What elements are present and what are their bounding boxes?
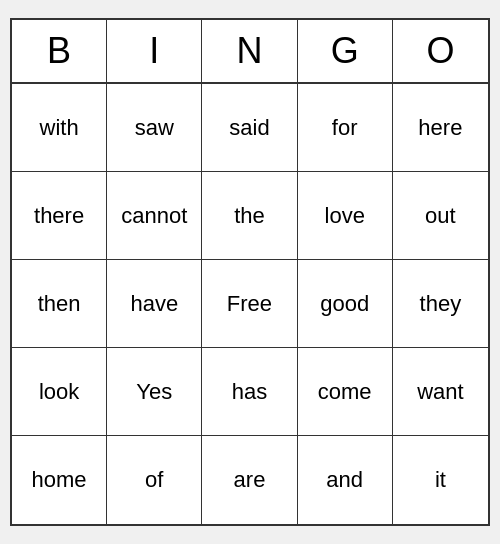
bingo-cell[interactable]: come [298, 348, 393, 436]
bingo-cell[interactable]: has [202, 348, 297, 436]
bingo-cell[interactable]: want [393, 348, 488, 436]
bingo-cell[interactable]: have [107, 260, 202, 348]
bingo-cell[interactable]: then [12, 260, 107, 348]
header-i: I [107, 20, 202, 82]
bingo-cell[interactable]: home [12, 436, 107, 524]
header-g: G [298, 20, 393, 82]
bingo-grid: withsawsaidforheretherecannottheloveoutt… [12, 84, 488, 524]
bingo-cell[interactable]: out [393, 172, 488, 260]
bingo-cell[interactable]: here [393, 84, 488, 172]
bingo-cell[interactable]: of [107, 436, 202, 524]
bingo-header: B I N G O [12, 20, 488, 84]
bingo-cell[interactable]: Yes [107, 348, 202, 436]
header-o: O [393, 20, 488, 82]
bingo-cell[interactable]: and [298, 436, 393, 524]
header-n: N [202, 20, 297, 82]
bingo-cell[interactable]: good [298, 260, 393, 348]
bingo-cell[interactable]: with [12, 84, 107, 172]
bingo-cell[interactable]: they [393, 260, 488, 348]
bingo-cell[interactable]: love [298, 172, 393, 260]
header-b: B [12, 20, 107, 82]
bingo-cell[interactable]: saw [107, 84, 202, 172]
bingo-cell[interactable]: it [393, 436, 488, 524]
bingo-cell[interactable]: said [202, 84, 297, 172]
bingo-card: B I N G O withsawsaidforheretherecannott… [10, 18, 490, 526]
bingo-cell[interactable]: the [202, 172, 297, 260]
bingo-cell[interactable]: Free [202, 260, 297, 348]
bingo-cell[interactable]: cannot [107, 172, 202, 260]
bingo-cell[interactable]: look [12, 348, 107, 436]
bingo-cell[interactable]: are [202, 436, 297, 524]
bingo-cell[interactable]: there [12, 172, 107, 260]
bingo-cell[interactable]: for [298, 84, 393, 172]
